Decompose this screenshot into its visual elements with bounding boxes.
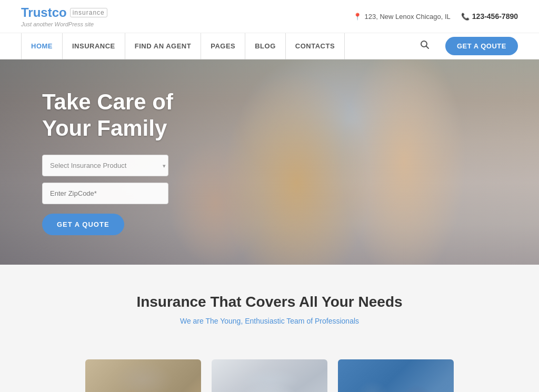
- logo-insurance: insurance: [70, 8, 107, 17]
- get-quote-hero-button[interactable]: GET A QUOTE: [42, 214, 124, 235]
- zipcode-input[interactable]: [42, 183, 168, 204]
- logo-tagline: Just another WordPress site: [21, 21, 107, 27]
- insurance-product-select[interactable]: Select Insurance Product Life Insurance …: [42, 155, 168, 176]
- phone-number: 123-456-7890: [472, 12, 518, 21]
- logo-trust: Trust: [21, 5, 52, 19]
- logo-co: co: [52, 5, 67, 19]
- hero-section: Take Care of Your Family Select Insuranc…: [0, 59, 539, 265]
- navbar: HOME INSURANCE FIND AN AGENT PAGES BLOG …: [0, 33, 539, 59]
- nav-item-contacts[interactable]: CONTACTS: [286, 33, 345, 59]
- nav-item-blog[interactable]: BLOG: [245, 33, 286, 59]
- card-family[interactable]: [85, 359, 201, 392]
- nav-item-insurance[interactable]: INSURANCE: [63, 33, 125, 59]
- logo-area: Trustco insurance Just another WordPress…: [21, 5, 107, 27]
- hero-title: Take Care of Your Family: [42, 89, 173, 142]
- phone-icon: 📞: [461, 13, 470, 21]
- search-icon[interactable]: [412, 40, 437, 52]
- hero-title-line1: Take Care of: [42, 89, 173, 114]
- card-auto[interactable]: [338, 359, 454, 392]
- get-quote-nav-button[interactable]: GET A QOUTE: [445, 37, 518, 55]
- section-title: Insurance That Covers All Your Needs: [21, 294, 518, 310]
- svg-line-1: [426, 46, 428, 49]
- hero-title-line2: Your Family: [42, 116, 167, 140]
- insurance-select-wrap: Select Insurance Product Life Insurance …: [42, 155, 173, 176]
- top-bar: Trustco insurance Just another WordPress…: [0, 0, 539, 33]
- top-contact: 📍 123, New Lenox Chicago, IL 📞 123-456-7…: [353, 12, 518, 21]
- nav-item-pages[interactable]: PAGES: [201, 33, 245, 59]
- section-subtitle: We are The Young, Enthusiastic Team of P…: [21, 317, 518, 325]
- logo-text: Trustco: [21, 5, 67, 20]
- address-text: 123, New Lenox Chicago, IL: [364, 13, 450, 21]
- hero-content: Take Care of Your Family Select Insuranc…: [0, 89, 173, 236]
- logo-row: Trustco insurance: [21, 5, 107, 20]
- card-home[interactable]: [212, 359, 327, 392]
- location-icon: 📍: [353, 13, 362, 21]
- nav-item-home[interactable]: HOME: [21, 33, 63, 59]
- top-address: 📍 123, New Lenox Chicago, IL: [353, 13, 450, 21]
- cards-row: [0, 359, 539, 392]
- coverage-section: Insurance That Covers All Your Needs We …: [0, 265, 539, 359]
- top-phone[interactable]: 📞 123-456-7890: [461, 12, 518, 21]
- nav-links: HOME INSURANCE FIND AN AGENT PAGES BLOG …: [21, 33, 412, 59]
- nav-item-find-agent[interactable]: FIND AN AGENT: [125, 33, 201, 59]
